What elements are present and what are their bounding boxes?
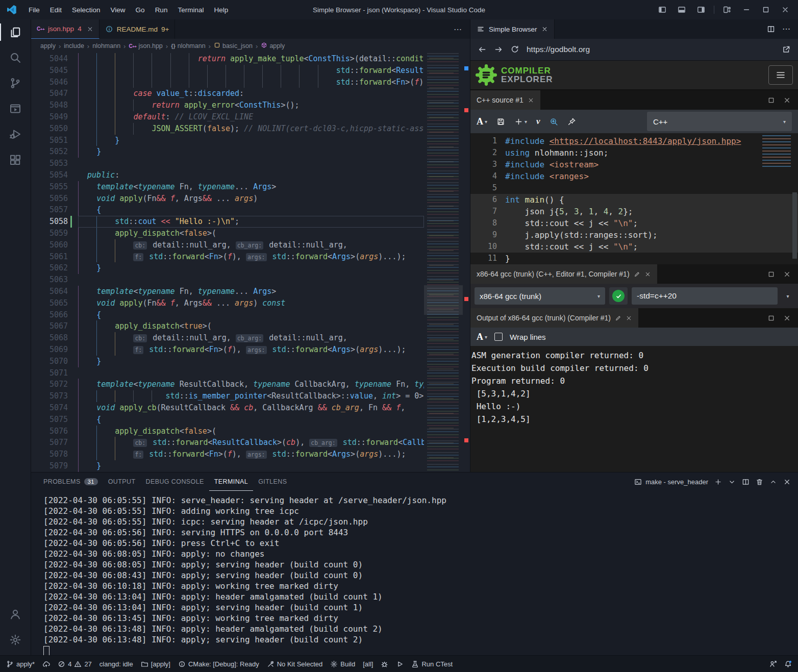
close-pane-icon[interactable]: [783, 314, 791, 322]
status-notifications[interactable]: [784, 660, 792, 668]
edit-title-icon[interactable]: [615, 315, 621, 321]
source-line[interactable]: 6int main() {: [470, 194, 798, 206]
code-line[interactable]: 5050 JSON_ASSERT(false); // NOLINT(cert-…: [31, 123, 470, 135]
code-line[interactable]: 5049 default: // LCOV_EXCL_LINE: [31, 111, 470, 123]
toggle-panel-icon[interactable]: [673, 1, 690, 19]
code-line[interactable]: 5068 cb: detail::null_arg, cb_arg: detai…: [31, 332, 470, 344]
vim-mode-button[interactable]: v: [536, 116, 540, 127]
language-select[interactable]: C++ ▾: [647, 112, 792, 131]
code-line[interactable]: 5061 f: std::forward<Fn>(f), args: std::…: [31, 251, 470, 263]
code-line[interactable]: 5052 }: [31, 146, 470, 158]
back-icon[interactable]: [478, 45, 487, 54]
more-actions-icon[interactable]: ⋯: [782, 25, 791, 33]
status-kit-selection[interactable]: No Kit Selected: [267, 660, 323, 668]
close-tab-icon[interactable]: [626, 315, 632, 321]
code-line[interactable]: 5072 template<typename ResultCallback, t…: [31, 379, 470, 390]
activity-settings[interactable]: [0, 627, 31, 653]
minimap-slider[interactable]: [424, 285, 463, 315]
activity-source-control[interactable]: [0, 70, 31, 96]
panel-tab-gitlens[interactable]: GITLENS: [253, 472, 292, 491]
code-line[interactable]: 5062 }: [31, 262, 470, 274]
add-pane-button[interactable]: ▾: [514, 117, 527, 126]
panel-tab-output[interactable]: OUTPUT: [103, 472, 141, 491]
breadcrumb-item[interactable]: apply: [40, 42, 56, 49]
source-line[interactable]: 4#include <ranges>: [470, 170, 798, 182]
activity-explorer[interactable]: [0, 19, 31, 45]
tab-output[interactable]: Output of x86-64 gcc (trunk) (Compiler #…: [470, 308, 638, 328]
status-publish[interactable]: [42, 660, 50, 668]
breadcrumb-item[interactable]: apply: [261, 42, 285, 50]
options-dropdown-icon[interactable]: ▾: [782, 293, 794, 299]
code-line[interactable]: 5054 public:: [31, 169, 470, 181]
source-line[interactable]: 1#include <https://localhost:8443/apply/…: [470, 135, 798, 147]
source-line[interactable]: 11}: [470, 253, 798, 264]
activity-accounts[interactable]: [0, 602, 31, 627]
code-line[interactable]: 5056 void apply(Fn&& f, Args&& ... args): [31, 193, 470, 205]
tab-json-hpp[interactable]: C++json.hpp4: [31, 19, 99, 39]
close-tab-icon[interactable]: [644, 271, 651, 278]
status-git-branch[interactable]: apply*: [6, 660, 35, 668]
close-tab-icon[interactable]: [87, 25, 93, 33]
code-editor[interactable]: 5044 return apply_make_tuple<ConstThis>(…: [31, 53, 470, 472]
code-line[interactable]: 5073 std::is_member_pointer<ResultCallba…: [31, 390, 470, 402]
edit-title-icon[interactable]: [634, 271, 640, 278]
split-editor-icon[interactable]: [767, 25, 775, 33]
open-external-icon[interactable]: [782, 45, 791, 54]
menu-edit[interactable]: Edit: [45, 1, 67, 19]
code-line[interactable]: 5079 }: [31, 460, 470, 472]
zoom-icon[interactable]: [550, 117, 558, 126]
activity-extensions[interactable]: [0, 147, 31, 172]
code-line[interactable]: 5048 return apply_error<ConstThis>();: [31, 99, 470, 111]
wrap-lines-checkbox[interactable]: [494, 333, 503, 341]
breadcrumb-item[interactable]: C++json.hpp: [129, 42, 162, 49]
menu-terminal[interactable]: Terminal: [172, 1, 209, 19]
code-line[interactable]: 5053: [31, 158, 470, 169]
font-size-button[interactable]: A▾: [477, 332, 487, 342]
maximize-pane-icon[interactable]: [767, 314, 775, 322]
panel-tab-terminal[interactable]: TERMINAL: [209, 472, 253, 491]
kill-terminal-icon[interactable]: [756, 478, 763, 486]
menu-go[interactable]: Go: [131, 1, 150, 19]
tab-compiler[interactable]: x86-64 gcc (trunk) (C++, Editor #1, Comp…: [470, 264, 657, 284]
new-terminal-icon[interactable]: [714, 478, 722, 486]
editor-actions-icon[interactable]: ⋯: [446, 19, 470, 39]
source-line[interactable]: 5: [470, 182, 798, 194]
status-clangd-status[interactable]: clangd: idle: [99, 660, 133, 668]
menu-run[interactable]: Run: [150, 1, 173, 19]
godbolt-source-editor[interactable]: 1#include <https://localhost:8443/apply/…: [470, 133, 798, 264]
code-line[interactable]: 5063: [31, 274, 470, 286]
panel-tab-debug-console[interactable]: DEBUG CONSOLE: [141, 472, 209, 491]
source-scrollbar[interactable]: [792, 192, 797, 259]
terminal-instance[interactable]: make - serve_header: [634, 478, 708, 486]
compiler-options-input[interactable]: -std=c++20: [632, 287, 778, 305]
close-pane-icon[interactable]: [783, 270, 791, 278]
code-line[interactable]: 5075 {: [31, 414, 470, 426]
status-problems[interactable]: 427: [58, 660, 92, 668]
breadcrumb-item[interactable]: nlohmann: [92, 42, 120, 49]
status-project-folder[interactable]: [apply]: [141, 660, 170, 668]
maximize-pane-icon[interactable]: [767, 270, 775, 278]
code-line[interactable]: 5066 {: [31, 309, 470, 321]
menu-file[interactable]: File: [23, 1, 45, 19]
breadcrumb-item[interactable]: basic_json: [214, 42, 253, 50]
code-line[interactable]: 5055 template<typename Fn, typename... A…: [31, 181, 470, 193]
code-line[interactable]: 5058 std::cout << "Hello :-)\n";: [31, 216, 470, 228]
activity-search[interactable]: [0, 45, 31, 70]
code-line[interactable]: 5078 f: std::forward<Fn>(f), args: std::…: [31, 449, 470, 460]
tab-cpp-source[interactable]: C++ source #1: [470, 90, 540, 110]
source-line[interactable]: 3#include <iostream>: [470, 159, 798, 170]
minimize-icon[interactable]: [738, 1, 755, 19]
close-tab-icon[interactable]: [528, 97, 534, 104]
toggle-sidebar-icon[interactable]: [654, 1, 671, 19]
terminal[interactable]: [2022-04-30 06:05:55] INFO: serve_header…: [31, 491, 798, 656]
compiler-select[interactable]: x86-64 gcc (trunk) ▾: [475, 287, 605, 305]
source-line[interactable]: 8 std::cout << j << "\n";: [470, 217, 798, 229]
breadcrumb-item[interactable]: {}nlohmann: [171, 42, 205, 49]
menu-help[interactable]: Help: [209, 1, 233, 19]
code-line[interactable]: 5077 cb: std::forward<ResultCallback>(cb…: [31, 437, 470, 449]
code-line[interactable]: 5071: [31, 367, 470, 379]
source-line[interactable]: 7 json j{5, 3, 1, 4, 2};: [470, 206, 798, 217]
status-build-target[interactable]: [all]: [363, 660, 373, 668]
code-line[interactable]: 5060 cb: detail::null_arg, cb_arg: detai…: [31, 239, 470, 251]
code-line[interactable]: 5070 }: [31, 356, 470, 367]
